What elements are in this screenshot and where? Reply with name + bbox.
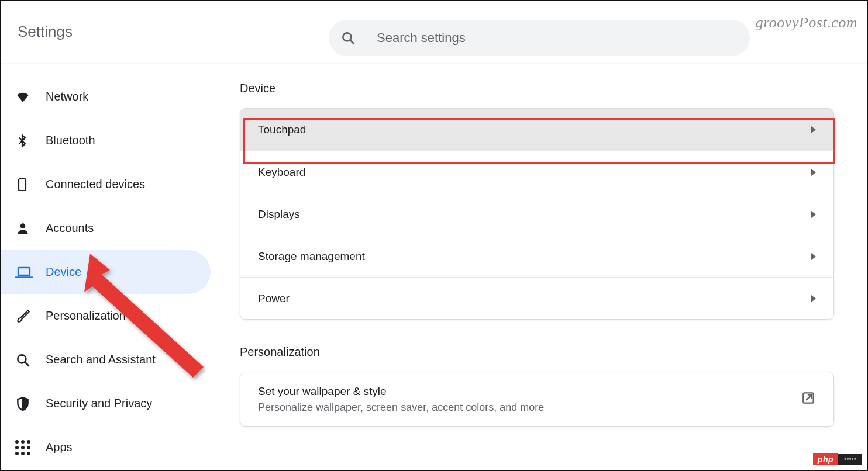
wifi-icon	[15, 89, 46, 105]
watermark-text: groovyPost.com	[756, 14, 857, 32]
chevron-right-icon	[811, 169, 816, 176]
row-label: Storage management	[258, 250, 365, 263]
sidebar-item-label: Device	[46, 265, 81, 279]
search-bar[interactable]	[329, 20, 750, 56]
svg-line-1	[350, 40, 354, 44]
sidebar-item-apps[interactable]: Apps	[1, 425, 211, 469]
row-storage-management[interactable]: Storage management	[240, 235, 833, 277]
app-title: Settings	[18, 23, 73, 41]
content: Network Bluetooth Connected devices Acco…	[1, 63, 867, 470]
app-frame: Settings groovyPost.com Network Blueto	[0, 0, 868, 471]
main-panel: Device Touchpad Keyboard Displays Storag…	[212, 63, 867, 470]
sidebar-item-label: Network	[46, 90, 88, 103]
row-displays[interactable]: Displays	[240, 193, 833, 235]
row-label: Power	[258, 292, 290, 305]
sidebar-item-network[interactable]: Network	[1, 75, 211, 119]
sidebar-item-connected-devices[interactable]: Connected devices	[1, 162, 211, 206]
row-title: Set your wallpaper & style	[258, 385, 544, 398]
sidebar-item-label: Bluetooth	[46, 134, 95, 147]
sidebar-item-label: Connected devices	[46, 178, 145, 191]
laptop-icon	[15, 265, 46, 279]
chevron-right-icon	[811, 126, 816, 133]
svg-rect-4	[18, 268, 30, 275]
section-title-device: Device	[240, 82, 843, 95]
svg-line-7	[25, 362, 29, 365]
row-label: Keyboard	[258, 166, 305, 179]
row-wallpaper-style[interactable]: Set your wallpaper & style Personalize w…	[240, 372, 833, 426]
section-title-personalization: Personalization	[240, 345, 843, 359]
device-icon	[15, 177, 46, 192]
open-external-icon	[801, 390, 816, 408]
chevron-right-icon	[811, 253, 816, 260]
search-icon	[340, 30, 356, 46]
chevron-right-icon	[811, 295, 816, 302]
svg-point-3	[20, 223, 26, 228]
sidebar-item-label: Accounts	[46, 221, 94, 235]
sidebar-item-label: Personalization	[46, 309, 126, 323]
sidebar-item-search-assistant[interactable]: Search and Assistant	[1, 338, 211, 382]
row-touchpad[interactable]: Touchpad	[240, 109, 833, 151]
sidebar: Network Bluetooth Connected devices Acco…	[1, 63, 212, 470]
search-icon	[15, 352, 46, 368]
sidebar-item-label: Security and Privacy	[46, 397, 152, 410]
brush-icon	[15, 309, 46, 324]
php-badge: php •••••	[813, 453, 862, 465]
search-input[interactable]	[377, 30, 750, 46]
shield-icon	[15, 396, 46, 411]
device-card: Touchpad Keyboard Displays Storage manag…	[240, 108, 834, 320]
sidebar-item-personalization[interactable]: Personalization	[1, 294, 211, 338]
sidebar-item-bluetooth[interactable]: Bluetooth	[1, 119, 211, 162]
row-keyboard[interactable]: Keyboard	[240, 151, 833, 193]
personalization-card: Set your wallpaper & style Personalize w…	[240, 372, 834, 427]
chevron-right-icon	[811, 211, 816, 218]
bluetooth-icon	[15, 133, 46, 148]
sidebar-item-label: Apps	[46, 441, 73, 454]
header: Settings groovyPost.com	[1, 1, 867, 63]
apps-icon	[15, 440, 46, 455]
row-power[interactable]: Power	[240, 277, 833, 319]
sidebar-item-security-privacy[interactable]: Security and Privacy	[1, 382, 211, 425]
php-badge-left: php	[813, 453, 838, 465]
svg-rect-2	[19, 179, 26, 191]
row-subtitle: Personalize wallpaper, screen saver, acc…	[258, 401, 544, 414]
sidebar-item-label: Search and Assistant	[46, 353, 156, 366]
sidebar-item-device[interactable]: Device	[1, 250, 211, 294]
php-badge-right: •••••	[838, 454, 862, 465]
sidebar-item-accounts[interactable]: Accounts	[1, 206, 211, 250]
person-icon	[15, 221, 46, 236]
row-label: Displays	[258, 208, 300, 221]
row-label: Touchpad	[258, 123, 306, 136]
